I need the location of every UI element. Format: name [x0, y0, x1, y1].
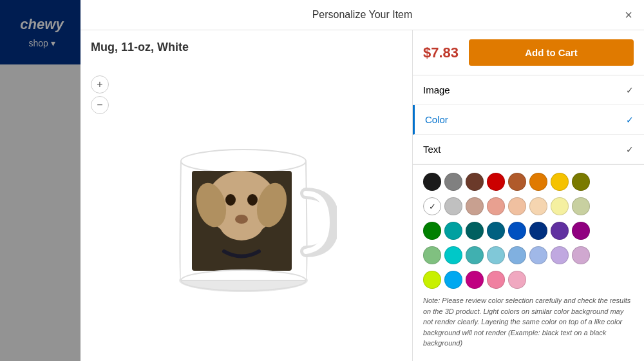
- zoom-controls: + −: [91, 75, 109, 114]
- tab-image[interactable]: Image ✓: [413, 75, 644, 105]
- color-swatch-sky-blue[interactable]: [487, 246, 505, 264]
- tab-image-check: ✓: [626, 85, 634, 95]
- color-grid-row3: [423, 222, 634, 240]
- product-panel: Mug, 11-oz, White + −: [80, 30, 412, 361]
- color-swatch-medium-teal[interactable]: [466, 246, 484, 264]
- tab-image-label: Image: [423, 84, 626, 95]
- svg-point-7: [225, 194, 236, 206]
- mug-image: [156, 110, 337, 303]
- modal-body: Mug, 11-oz, White + −: [80, 30, 644, 361]
- color-swatch-black[interactable]: [423, 173, 441, 191]
- color-swatch-peach[interactable]: [508, 197, 526, 215]
- tab-text[interactable]: Text ✓: [413, 135, 644, 164]
- color-grid-row2: [423, 197, 634, 215]
- color-swatch-gray[interactable]: [444, 173, 462, 191]
- color-swatch-light-purple[interactable]: [551, 246, 569, 264]
- price-display: $7.83: [423, 44, 459, 61]
- color-grid-row5: [423, 271, 634, 289]
- tab-text-label: Text: [423, 144, 626, 155]
- color-swatch-light-brown[interactable]: [466, 197, 484, 215]
- color-swatch-olive[interactable]: [572, 173, 590, 191]
- product-title: Mug, 11-oz, White: [91, 41, 402, 54]
- color-grid-row1: [423, 173, 634, 191]
- color-swatch-purple[interactable]: [551, 222, 569, 240]
- color-swatch-white[interactable]: [423, 197, 441, 215]
- color-picker-area: Note: Please review color selection care…: [413, 165, 644, 361]
- color-swatch-hot-pink-dark[interactable]: [466, 271, 484, 289]
- color-swatch-green[interactable]: [423, 222, 441, 240]
- zoom-in-button[interactable]: +: [91, 75, 109, 93]
- color-swatch-cyan[interactable]: [444, 246, 462, 264]
- modal-title: Personalize Your Item: [312, 9, 413, 21]
- color-swatch-red[interactable]: [487, 173, 505, 191]
- purchase-row: $7.83 Add to Cart: [413, 30, 644, 75]
- color-swatch-brown[interactable]: [466, 173, 484, 191]
- color-swatch-light-pink[interactable]: [508, 271, 526, 289]
- color-swatch-burnt-orange[interactable]: [508, 173, 526, 191]
- color-swatch-salmon[interactable]: [487, 197, 505, 215]
- color-swatch-light-yellow[interactable]: [551, 197, 569, 215]
- options-panel: $7.83 Add to Cart Image ✓ Color ✓ Text: [412, 30, 644, 361]
- color-swatch-orange[interactable]: [529, 173, 547, 191]
- options-tabs: Image ✓ Color ✓ Text ✓: [413, 75, 644, 165]
- color-grid-row4: [423, 246, 634, 264]
- color-swatch-dark-teal[interactable]: [466, 222, 484, 240]
- svg-point-1: [181, 150, 306, 173]
- color-swatch-light-olive[interactable]: [572, 197, 590, 215]
- modal-dialog: Personalize Your Item × Mug, 11-oz, Whit…: [80, 0, 644, 361]
- color-swatch-light-blue[interactable]: [508, 246, 526, 264]
- add-to-cart-button[interactable]: Add to Cart: [469, 39, 634, 66]
- color-swatch-lime[interactable]: [423, 271, 441, 289]
- close-button[interactable]: ×: [625, 8, 632, 21]
- color-swatch-magenta-dark[interactable]: [572, 222, 590, 240]
- color-swatch-blue[interactable]: [508, 222, 526, 240]
- color-swatch-lavender[interactable]: [572, 246, 590, 264]
- tab-color[interactable]: Color ✓: [413, 105, 644, 135]
- color-note: Note: Please review color selection care…: [423, 295, 634, 349]
- color-swatch-light-green[interactable]: [423, 246, 441, 264]
- tab-color-check: ✓: [626, 115, 634, 125]
- color-swatch-light-peach[interactable]: [529, 197, 547, 215]
- color-swatch-dark-blue[interactable]: [529, 222, 547, 240]
- color-swatch-silver[interactable]: [444, 197, 462, 215]
- color-swatch-teal[interactable]: [444, 222, 462, 240]
- zoom-out-button[interactable]: −: [91, 96, 109, 114]
- mug-image-area: [91, 62, 402, 351]
- tab-color-label: Color: [425, 114, 626, 125]
- color-swatch-dark-cyan[interactable]: [487, 222, 505, 240]
- color-swatch-hot-pink[interactable]: [487, 271, 505, 289]
- svg-point-8: [247, 194, 258, 206]
- modal-header: Personalize Your Item ×: [80, 0, 644, 30]
- svg-point-9: [235, 215, 248, 224]
- tab-text-check: ✓: [626, 144, 634, 155]
- color-swatch-periwinkle[interactable]: [529, 246, 547, 264]
- color-swatch-yellow[interactable]: [551, 173, 569, 191]
- color-swatch-cornflower[interactable]: [444, 271, 462, 289]
